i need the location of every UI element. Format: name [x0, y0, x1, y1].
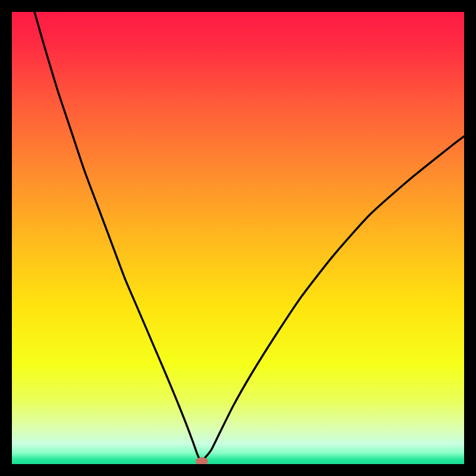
chart-frame: TheBottleneck.com: [12, 12, 464, 464]
bottleneck-chart: [12, 12, 464, 464]
